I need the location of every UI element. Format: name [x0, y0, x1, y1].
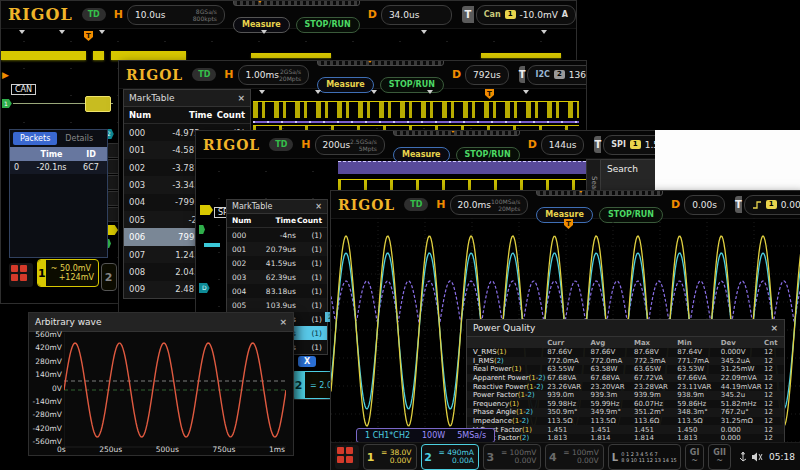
digital-marker-icon	[427, 90, 433, 94]
channel2-level-marker[interactable]	[204, 243, 220, 247]
speaker-icon[interactable]	[752, 452, 763, 462]
overview-strip[interactable]	[536, 190, 663, 196]
trigger-source-badge: 1	[505, 10, 516, 19]
trigger-box[interactable]: 1 0.00V A	[744, 195, 800, 215]
trigger-box[interactable]: SPI 1 1.51V N	[603, 135, 662, 155]
menu-grid-icon[interactable]	[9, 263, 33, 287]
header-bar: RIGOL TD H 10.0us 8GSa/s800kpts Measure …	[1, 1, 576, 29]
packet-table-header: Time ID	[10, 147, 107, 161]
packet-row[interactable]: 0 -20.1ns 6C7	[10, 161, 107, 174]
mode-badge[interactable]: TD	[269, 138, 293, 151]
timebase-box[interactable]: 20.0ms 100MSa/s20Mpts	[450, 195, 529, 215]
tab-packets[interactable]: Packets	[13, 132, 57, 145]
gen1-badge[interactable]: GI~	[685, 444, 705, 470]
marktable-titlebar: MarkTable ×	[124, 90, 250, 107]
channel-badge[interactable]: 1 = 38.0V0.00V	[363, 444, 417, 470]
power-quality-panel: Power Quality × Curr Avg Max Min Dev Cnt…	[466, 319, 785, 445]
rigol-logo: RIGOL	[338, 197, 395, 213]
x-tick-label: 1ms	[269, 445, 285, 454]
close-icon[interactable]: ×	[770, 323, 778, 333]
overview-strip[interactable]	[233, 0, 360, 6]
power-quality-rows: V_RMS(1) 87.66V 87.66V 87.68V 87.64V 0.0…	[467, 348, 784, 443]
trigger-tab[interactable]: T	[735, 196, 742, 213]
channel1-values: ~ 50.0mV +124mV	[46, 264, 99, 282]
marktable-header: Num Time Count	[124, 107, 250, 124]
channel-badge[interactable]: 3 = 100mV0.00V	[483, 444, 541, 470]
marktable-row[interactable]: 004 83.18us (1)	[227, 284, 327, 298]
y-tick-label: 560mV	[31, 331, 62, 338]
power-quality-row[interactable]: V Crest Factor(1) 1.451 1.451 1.451 1.45…	[467, 425, 784, 434]
gen2-badge[interactable]: GII~	[708, 444, 731, 470]
delay-label: D	[368, 8, 377, 21]
channel1-badge[interactable]: 1 ~ 50.0mV +124mV	[37, 259, 99, 287]
delay-label: D	[452, 68, 461, 81]
trigger-box[interactable]: I2C 2 136mV N	[527, 65, 587, 85]
close-icon[interactable]: ×	[315, 202, 322, 211]
y-tick-label: -140mV	[31, 398, 62, 405]
mode-badge[interactable]: TD	[82, 8, 106, 21]
marktable-row[interactable]: 005 103.9us (1)	[227, 298, 327, 312]
power-quality-row[interactable]: Real Power(1) 63.55W 63.58W 63.65W 63.53…	[467, 365, 784, 374]
mode-badge[interactable]: TD	[192, 68, 216, 81]
trigger-type: I2C	[535, 70, 549, 79]
marktable-titlebar: MarkTable ×	[227, 200, 327, 214]
tab-details[interactable]: Details	[65, 134, 93, 143]
digital-marker-icon	[59, 30, 65, 34]
power-quality-row[interactable]: Power Factor(1-2) 939.0m 939.3m 939.9m 9…	[467, 391, 784, 400]
timebase-box[interactable]: 10.0us 8GSa/s800kpts	[127, 5, 225, 25]
menu-grid-icon[interactable]	[335, 445, 359, 469]
overview-strip[interactable]	[317, 60, 444, 66]
power-quality-row[interactable]: Reactive Power(1-2) 23.26VAR 23.20VAR 23…	[467, 382, 784, 391]
overview-strip[interactable]	[393, 130, 520, 136]
dialog-title: Arbitrary wave	[35, 317, 101, 327]
trigger-type: Can	[484, 10, 501, 19]
horizontal-label: H	[224, 68, 233, 81]
trigger-tab[interactable]: T	[594, 136, 601, 153]
math-channel-info[interactable]: 1 CH1*CH2 100W 5MSa/s	[356, 428, 495, 443]
delay-box[interactable]: 34.0us	[381, 5, 452, 25]
close-icon[interactable]: ×	[237, 93, 245, 103]
close-icon[interactable]: ×	[279, 317, 287, 327]
digital-marker-icon	[541, 30, 547, 34]
trigger-box[interactable]: Can 1 -10.0mV A	[476, 5, 576, 25]
y-tick-label: -280mV	[31, 411, 62, 418]
timebase-box[interactable]: 1.00ms 2GSa/s20Mpts	[238, 65, 310, 85]
decode-format-badge[interactable]: X	[298, 356, 316, 367]
delay-box[interactable]: 792us	[465, 65, 509, 85]
digital-marker-icon	[261, 30, 267, 34]
marktable-row[interactable]: 000 -4ns (1)	[227, 228, 327, 242]
header-bar: RIGOL TD H 20.0ms 100MSa/s20Mpts Measure…	[331, 191, 800, 219]
power-quality-row[interactable]: Phase Angle(1-2) 350.9m° 349.9m° 351.2m°…	[467, 408, 784, 417]
power-quality-row[interactable]: I_RMS(2) 772.0mA 772.0mA 772.3mA 771.7mA…	[467, 357, 784, 366]
power-quality-row[interactable]: V_RMS(1) 87.66V 87.66V 87.68V 87.64V 0.0…	[467, 348, 784, 357]
channel2-badge[interactable]: 2	[101, 263, 117, 291]
mode-badge[interactable]: TD	[404, 198, 428, 211]
spi-bus-band	[338, 161, 586, 174]
channel-badge[interactable]: 4 = 100mV0.00V	[545, 444, 603, 470]
marktable-row[interactable]: 003 62.39us (1)	[227, 270, 327, 284]
marktable-row[interactable]: 001 20.79us (1)	[227, 242, 327, 256]
channel-badge[interactable]: 2 = 490mA0.00A	[421, 444, 479, 470]
trigger-source-badge: 1	[766, 200, 777, 209]
trigger-tab[interactable]: T	[519, 66, 526, 83]
decode-result-panel: Packets Details Time ID 0 -20.1ns 6C7	[9, 129, 108, 258]
power-quality-row[interactable]: Frequency(1) 59.98Hz 59.99Hz 60.07Hz 59.…	[467, 400, 784, 409]
bus-position-icon[interactable]: ▶	[2, 71, 9, 80]
can-waveform	[251, 53, 331, 58]
power-quality-row[interactable]: Apparent Power(1-2) 67.68VA 67.68VA 67.7…	[467, 374, 784, 383]
usb-icon	[739, 452, 747, 463]
power-quality-row[interactable]: Impedance(1-2) 113.5Ω 113.5Ω 113.6Ω 113.…	[467, 417, 784, 426]
timebase-box[interactable]: 200us 2.5GSa/s5Mpts	[315, 135, 385, 155]
can-waveform	[111, 51, 186, 60]
trigger-tab[interactable]: T	[462, 6, 474, 23]
delay-box[interactable]: 144us	[541, 135, 585, 155]
digital-marker-icon	[421, 30, 427, 34]
logic-analyzer-badge[interactable]: L 0 1 2 3 4 5 6 78 9 10 11 12 13 14 15	[608, 444, 681, 470]
trigger-source-badge: 1	[630, 140, 641, 149]
delay-box[interactable]: 0.00s	[684, 195, 725, 215]
horizontal-label: H	[436, 198, 445, 211]
digital-marker-icon	[315, 90, 321, 94]
delay-label: D	[671, 198, 680, 211]
digital-marker-icon	[99, 30, 105, 34]
marktable-row[interactable]: 002 41.59us (1)	[227, 256, 327, 270]
